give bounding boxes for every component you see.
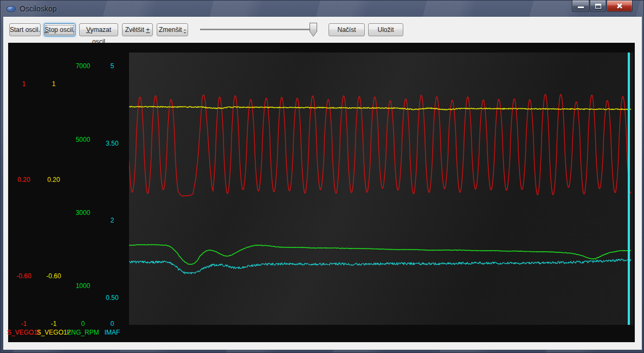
tick-label-ENG_RPM: 0 <box>81 320 85 328</box>
tick-label-ENG_RPM: 5000 <box>76 136 91 143</box>
maximize-icon <box>595 4 601 9</box>
tick-label-S_VEGO12: -0.60 <box>46 272 61 280</box>
titlebar[interactable]: Osciloskop <box>1 1 644 17</box>
close-icon <box>616 3 623 10</box>
channel-name-S_VEGO11[interactable]: S_VEGO11 <box>7 329 41 336</box>
tick-label-S_VEGO11: -0.60 <box>16 272 31 280</box>
load-button[interactable]: Načíst <box>329 23 365 36</box>
minimize-icon <box>578 6 584 8</box>
channel-name-ENG_RPM[interactable]: ENG_RPM <box>67 329 99 336</box>
tick-label-S_VEGO11: 1 <box>22 80 26 88</box>
tick-label-S_VEGO12: -1 <box>51 320 57 328</box>
save-button[interactable]: Uložit <box>368 23 403 36</box>
channel-name-IMAF[interactable]: IMAF <box>105 329 120 336</box>
clear-oscilloscope-button[interactable]: Vymazat oscil <box>79 23 118 36</box>
ford-logo-icon <box>7 6 16 12</box>
tick-label-S_VEGO12: 0.20 <box>47 176 60 184</box>
channel-name-S_VEGO12[interactable]: S_VEGO12 <box>37 329 71 336</box>
tick-label-IMAF: 0.50 <box>106 294 118 302</box>
close-button[interactable] <box>607 1 633 12</box>
timebase-slider-track[interactable] <box>200 29 311 30</box>
waveform-canvas <box>129 53 633 325</box>
tick-label-S_VEGO11: -1 <box>21 320 27 328</box>
minimize-button[interactable] <box>572 1 589 12</box>
time-cursor[interactable] <box>628 53 630 325</box>
osciloskop-window: Osciloskop Start oscil. Stop oscil. Vyma… <box>0 0 644 353</box>
stop-oscilloscope-button[interactable]: Stop oscil. <box>44 23 75 36</box>
tick-label-S_VEGO11: 0.20 <box>17 176 30 184</box>
tick-label-ENG_RPM: 1000 <box>76 282 91 290</box>
tick-label-ENG_RPM: 7000 <box>76 62 91 70</box>
window-title: Osciloskop <box>20 4 56 13</box>
tick-label-IMAF: 5 <box>111 62 114 70</box>
tick-label-IMAF: 0 <box>111 320 114 328</box>
start-oscilloscope-button[interactable]: Start oscil. <box>9 23 41 36</box>
zoom-out-button[interactable]: Zmenšit - <box>157 23 188 36</box>
tick-label-ENG_RPM: 3000 <box>76 209 91 217</box>
tick-label-IMAF: 3.50 <box>106 140 118 147</box>
tick-label-IMAF: 2 <box>111 217 114 224</box>
tick-label-S_VEGO12: 1 <box>52 80 56 88</box>
zoom-in-button[interactable]: Zvětšit + <box>122 23 153 36</box>
maximize-button[interactable] <box>590 1 606 12</box>
